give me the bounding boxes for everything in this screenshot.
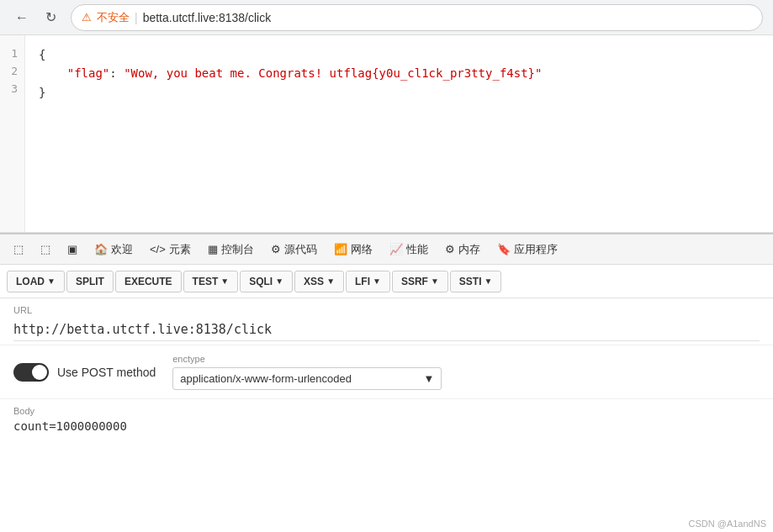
- separator: |: [135, 11, 138, 24]
- source-icon: ⚙: [271, 243, 281, 255]
- devtools-memory[interactable]: ⚙ 内存: [438, 239, 487, 261]
- devtools-bar: ⬚ ⬚ ▣ 🏠 欢迎 </> 元素 ▦ 控制台 ⚙ 源代码 📶 网络 📈 性能 …: [0, 233, 773, 265]
- elements-icon: </>: [150, 243, 166, 255]
- devtools-console[interactable]: ▦ 控制台: [201, 239, 261, 261]
- test-label: TEST: [193, 276, 219, 287]
- load-arrow: ▼: [47, 277, 56, 286]
- hackbar-xss[interactable]: XSS ▼: [294, 271, 344, 292]
- sqli-label: SQLI: [249, 276, 273, 287]
- not-secure-label: 不安全: [97, 10, 130, 25]
- response-content: 1 2 3 { "flag": "Wow, you beat me. Congr…: [0, 35, 773, 233]
- devtools-sidebar-btn[interactable]: ▣: [61, 240, 84, 259]
- code-body: { "flag": "Wow, you beat me. Congrats! u…: [25, 35, 555, 232]
- body-section: Body count=1000000000: [0, 399, 773, 440]
- memory-label: 内存: [458, 242, 480, 257]
- refresh-button[interactable]: ↻: [39, 6, 62, 29]
- console-label: 控制台: [221, 242, 254, 257]
- hackbar-lfi[interactable]: LFI ▼: [346, 271, 390, 292]
- inspect-icon: ⬚: [40, 243, 50, 255]
- address-bar[interactable]: ⚠ 不安全 | betta.utctf.live:8138/click: [71, 4, 763, 31]
- test-arrow: ▼: [220, 277, 229, 286]
- hackbar-toolbar: LOAD ▼ SPLIT EXECUTE TEST ▼ SQLI ▼ XSS ▼…: [0, 265, 773, 298]
- devtools-source[interactable]: ⚙ 源代码: [264, 239, 324, 261]
- warning-icon: ⚠: [82, 11, 92, 24]
- execute-label: EXECUTE: [124, 276, 172, 287]
- post-label: Use POST method: [57, 366, 156, 379]
- code-line-3: }: [39, 83, 542, 102]
- devtools-inspect-btn[interactable]: ⬚: [34, 240, 57, 259]
- footer-watermark: CSDN @A1andNS: [689, 519, 766, 529]
- enctype-label: enctype: [172, 354, 760, 364]
- devtools-welcome[interactable]: 🏠 欢迎: [87, 239, 140, 261]
- ssti-arrow: ▼: [484, 277, 493, 286]
- browser-url: betta.utctf.live:8138/click: [143, 11, 272, 24]
- devtools-performance[interactable]: 📈 性能: [383, 239, 435, 261]
- sqli-arrow: ▼: [275, 277, 283, 286]
- hackbar-load[interactable]: LOAD ▼: [7, 271, 65, 292]
- hackbar-execute[interactable]: EXECUTE: [115, 271, 182, 292]
- options-row: Use POST method enctype application/x-ww…: [0, 345, 773, 399]
- performance-icon: 📈: [389, 243, 403, 255]
- elements-label: 元素: [169, 242, 191, 257]
- body-value[interactable]: count=1000000000: [13, 419, 760, 433]
- console-icon: ▦: [208, 243, 218, 255]
- code-line-2: "flag": "Wow, you beat me. Congrats! utf…: [39, 64, 542, 82]
- line-numbers: 1 2 3: [0, 35, 25, 232]
- enctype-value: application/x-www-form-urlencoded: [180, 372, 352, 385]
- body-label: Body: [13, 406, 760, 416]
- performance-label: 性能: [406, 242, 428, 257]
- xss-arrow: ▼: [326, 277, 335, 286]
- network-icon: 📶: [334, 243, 347, 255]
- welcome-label: 欢迎: [111, 242, 133, 257]
- split-label: SPLIT: [76, 276, 104, 287]
- url-input[interactable]: [13, 319, 760, 341]
- source-label: 源代码: [284, 242, 317, 257]
- application-label: 应用程序: [514, 242, 558, 257]
- browser-chrome: ← ↻ ⚠ 不安全 | betta.utctf.live:8138/click: [0, 0, 773, 35]
- devtools-application[interactable]: 🔖 应用程序: [490, 239, 564, 261]
- devtools-responsive-btn[interactable]: ⬚: [7, 240, 30, 259]
- code-line-1: {: [39, 45, 542, 64]
- network-label: 网络: [351, 242, 373, 257]
- memory-icon: ⚙: [445, 243, 455, 255]
- devtools-network[interactable]: 📶 网络: [327, 239, 379, 261]
- devtools-elements[interactable]: </> 元素: [143, 239, 198, 261]
- application-icon: 🔖: [497, 243, 511, 255]
- url-section: URL: [0, 298, 773, 345]
- home-icon: 🏠: [94, 243, 108, 255]
- hackbar-sqli[interactable]: SQLI ▼: [240, 271, 293, 292]
- hackbar-ssti[interactable]: SSTI ▼: [450, 271, 502, 292]
- nav-buttons: ← ↻: [10, 6, 62, 29]
- footer-text: CSDN @A1andNS: [689, 519, 766, 529]
- ssrf-arrow: ▼: [431, 277, 439, 286]
- url-label: URL: [13, 305, 760, 315]
- lfi-arrow: ▼: [373, 277, 381, 286]
- enctype-select[interactable]: application/x-www-form-urlencoded ▼: [172, 367, 442, 390]
- load-label: LOAD: [16, 276, 45, 287]
- hackbar-split[interactable]: SPLIT: [66, 271, 114, 292]
- lfi-label: LFI: [355, 276, 370, 287]
- sidebar-icon: ▣: [67, 243, 77, 255]
- toggle-knob: [32, 365, 47, 380]
- ssti-label: SSTI: [459, 276, 482, 287]
- hackbar-test[interactable]: TEST ▼: [183, 271, 239, 292]
- responsive-icon: ⬚: [13, 243, 24, 255]
- toggle-container: Use POST method: [13, 363, 156, 382]
- xss-label: XSS: [304, 276, 324, 287]
- enctype-chevron: ▼: [423, 372, 434, 385]
- post-toggle[interactable]: [13, 363, 49, 382]
- enctype-section: enctype application/x-www-form-urlencode…: [172, 354, 760, 390]
- hackbar-ssrf[interactable]: SSRF ▼: [392, 271, 448, 292]
- ssrf-label: SSRF: [401, 276, 428, 287]
- back-button[interactable]: ←: [10, 6, 34, 29]
